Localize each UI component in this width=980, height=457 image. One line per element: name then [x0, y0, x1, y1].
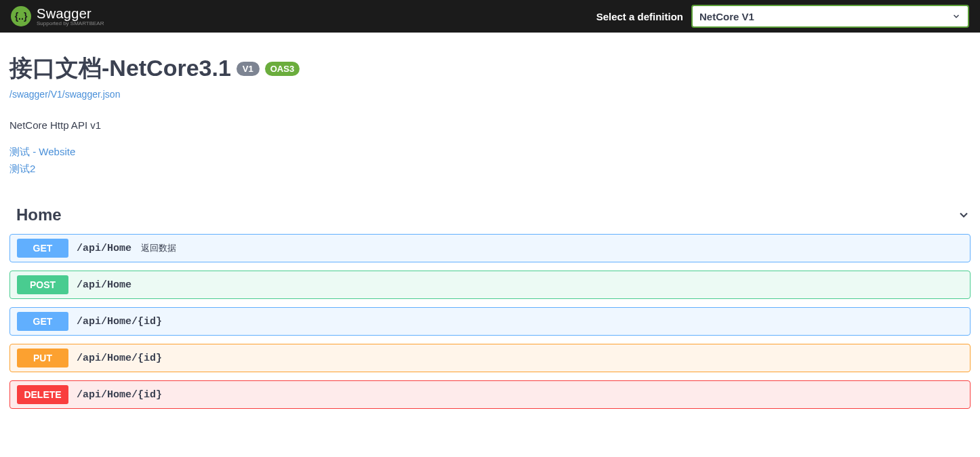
- api-title: 接口文档-NetCore3.1: [9, 53, 231, 84]
- definition-container: Select a definition NetCore V1: [596, 5, 969, 28]
- chevron-down-icon: [952, 12, 961, 21]
- tag-name: Home: [16, 205, 62, 224]
- operation-path: /api/Home: [77, 243, 131, 254]
- contact-link-website[interactable]: 测试 - Website: [9, 146, 971, 159]
- definition-select[interactable]: NetCore V1: [691, 5, 969, 28]
- method-badge: GET: [17, 239, 68, 258]
- operation-path: /api/Home/{id}: [77, 389, 162, 401]
- operation-path: /api/Home/{id}: [77, 316, 162, 327]
- swagger-icon: {..}: [11, 6, 31, 26]
- topbar: {..} Swagger Supported by SMARTBEAR Sele…: [0, 0, 980, 33]
- swagger-logo-text: Swagger: [37, 6, 104, 22]
- contact-link-email[interactable]: 测试2: [9, 163, 971, 176]
- definition-selected-value: NetCore V1: [699, 11, 754, 22]
- opblock-get-2[interactable]: GET/api/Home/{id}: [9, 307, 971, 336]
- oas-badge: OAS3: [265, 62, 300, 76]
- operation-path: /api/Home/{id}: [77, 353, 162, 364]
- contact-links: 测试 - Website 测试2: [9, 146, 971, 176]
- version-badge: V1: [237, 62, 260, 76]
- method-badge: GET: [17, 312, 68, 331]
- operation-path: /api/Home: [77, 279, 131, 291]
- tag-section: Home GET/api/Home返回数据POST/api/HomeGET/ap…: [0, 193, 980, 431]
- method-badge: POST: [17, 275, 68, 294]
- tag-header[interactable]: Home: [9, 200, 971, 234]
- operations-list: GET/api/Home返回数据POST/api/HomeGET/api/Hom…: [9, 234, 971, 409]
- opblock-delete-4[interactable]: DELETE/api/Home/{id}: [9, 380, 971, 409]
- operation-summary: 返回数据: [141, 242, 176, 254]
- chevron-down-icon: [957, 208, 971, 222]
- smartbear-label: Supported by SMARTBEAR: [37, 20, 104, 26]
- spec-url-link[interactable]: /swagger/V1/swagger.json: [9, 89, 120, 100]
- method-badge: DELETE: [17, 385, 68, 404]
- definition-label: Select a definition: [596, 11, 683, 22]
- method-badge: PUT: [17, 349, 68, 367]
- opblock-put-3[interactable]: PUT/api/Home/{id}: [9, 344, 971, 372]
- opblock-get-0[interactable]: GET/api/Home返回数据: [9, 234, 971, 262]
- info-section: 接口文档-NetCore3.1 V1 OAS3 /swagger/V1/swag…: [0, 33, 980, 193]
- swagger-logo: {..} Swagger Supported by SMARTBEAR: [11, 6, 104, 26]
- opblock-post-1[interactable]: POST/api/Home: [9, 271, 971, 299]
- api-description: NetCore Http API v1: [9, 119, 971, 131]
